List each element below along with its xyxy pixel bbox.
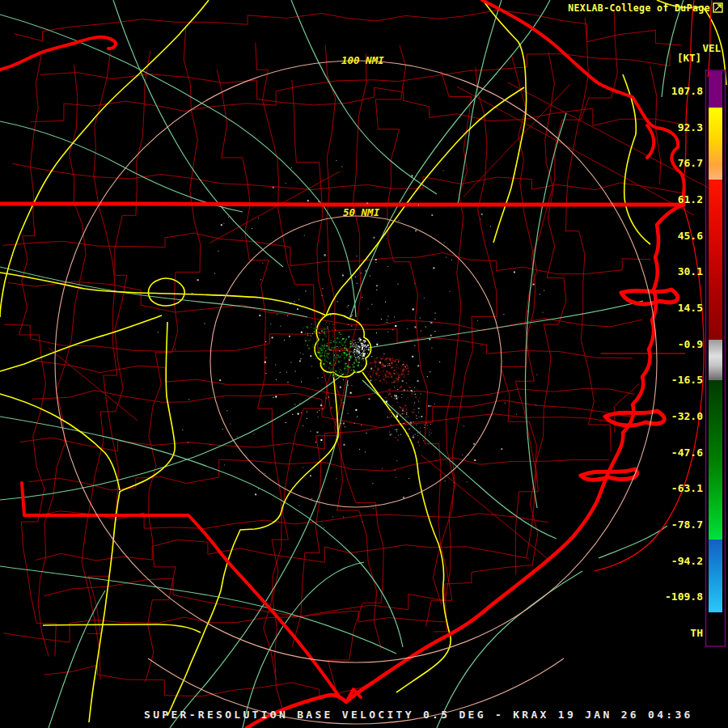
colorbar-tick: 30.1: [678, 265, 703, 277]
colorbar-tick: -109.8: [665, 590, 703, 603]
colorbar-tick: 14.5: [678, 302, 703, 314]
velocity-colorbar: 107.892.376.761.245.630.114.5-0.9-16.5-3…: [665, 70, 725, 646]
box-arrow-icon: [713, 2, 723, 13]
colorbar-segment-black: [709, 612, 722, 645]
county-line: [217, 70, 281, 679]
colorbar-tick: -47.6: [671, 447, 703, 459]
nc-sc-border: [22, 483, 340, 697]
colorbar-tick: -16.5: [671, 374, 703, 386]
county-line: [38, 65, 86, 656]
colorbar-units: [KT]: [677, 52, 701, 64]
colorbar-segment-blue: [709, 540, 722, 612]
county-line: [501, 9, 617, 566]
pamlico-river: [605, 411, 664, 425]
outer-banks: [595, 206, 704, 571]
colorbar-tick: 45.6: [678, 230, 703, 242]
va-eastern-shore: [682, 0, 694, 201]
colorbar-tick: -63.1: [671, 482, 703, 494]
colorbar-segment-red: [709, 180, 722, 340]
colorbar-tick: -32.0: [671, 410, 703, 422]
river-thick-northwest: [0, 37, 116, 70]
colorbar-tick: 61.2: [678, 193, 703, 205]
colorbar-tick: TH: [690, 627, 703, 639]
colorbar-tick: 76.7: [678, 157, 703, 169]
product-title: SUPER-RESOLUTION BASE VELOCITY 0.5 DEG -…: [144, 709, 693, 721]
colorbar-tick: -94.2: [671, 555, 703, 567]
county-line: [256, 43, 341, 646]
brand-title: NEXLAB-College of DuPage: [568, 2, 710, 14]
county-line: [565, 18, 611, 452]
colorbar-tick: -78.7: [671, 518, 703, 531]
ring-label-50nmi: 50 NMI: [343, 206, 380, 218]
coastline: [247, 0, 712, 728]
county-line: [36, 540, 529, 562]
colorbar-segment-gray: [709, 340, 722, 380]
bay-offshoot: [647, 125, 654, 158]
colorbar-tick: -0.9: [678, 338, 703, 350]
county-line: [87, 53, 119, 634]
county-line: [12, 163, 685, 193]
ring-label-100nmi: 100 NMI: [341, 54, 384, 66]
colorbar-tick: 107.8: [671, 85, 703, 97]
colorbar-segment-green: [709, 380, 722, 540]
radar-map-canvas: 100 NMI 50 NMI 107.892.376.761.245.630.1…: [0, 0, 728, 728]
colorbar-segment-warm: [709, 108, 722, 180]
colorbar-tick: 92.3: [678, 121, 703, 133]
county-line: [3, 233, 651, 274]
county-line: [272, 45, 336, 709]
county-line: [375, 45, 452, 627]
county-line: [19, 53, 56, 656]
va-nc-border: [0, 204, 684, 205]
colorbar-title: VEL: [702, 42, 721, 54]
radar-display: 100 NMI 50 NMI 107.892.376.761.245.630.1…: [0, 0, 728, 728]
colorbar-segment-purple: [709, 71, 722, 108]
